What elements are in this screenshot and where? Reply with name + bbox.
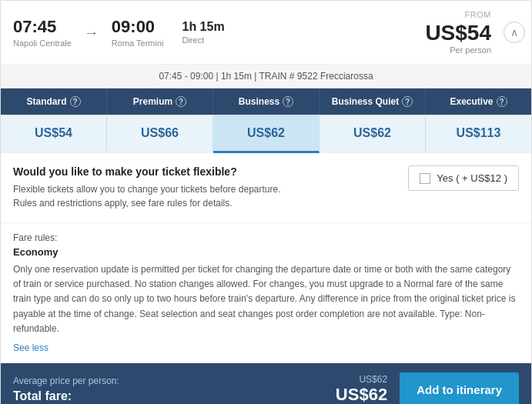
footer-avg-label: Average price per person:: [13, 376, 119, 386]
tab-business[interactable]: Business ?: [213, 88, 320, 115]
fare-rules-label: Fare rules:: [13, 232, 519, 243]
tab-standard-label: Standard: [26, 96, 66, 107]
price-option-business[interactable]: US$62: [213, 115, 320, 153]
tab-business-quiet-info-icon[interactable]: ?: [402, 96, 413, 107]
footer: Average price per person: Total fare: US…: [1, 363, 531, 404]
tab-premium[interactable]: Premium ?: [107, 88, 213, 115]
price-option-executive[interactable]: US$113: [426, 115, 531, 152]
flexible-desc1: Flexible tickets allow you to change you…: [13, 182, 396, 196]
price-option-standard[interactable]: US$54: [1, 115, 107, 152]
arrive-group: 09:00 Roma Termini: [112, 17, 164, 48]
flexible-section: Would you like to make your ticket flexi…: [1, 153, 531, 223]
from-label: FROM: [465, 10, 491, 19]
tab-business-quiet-label: Business Quiet: [332, 96, 399, 107]
arrive-station: Roma Termini: [112, 38, 164, 48]
train-info-text: 07:45 - 09:00 | 1h 15m | TRAIN # 9522 Fr…: [159, 71, 373, 82]
depart-time: 07:45: [13, 17, 72, 37]
price-business: US$62: [247, 126, 285, 139]
price-option-business-quiet[interactable]: US$62: [320, 115, 426, 152]
duration: 1h 15m: [182, 20, 224, 34]
flexible-yes-label: Yes ( + US$12 ): [437, 172, 507, 184]
collapse-button[interactable]: ∧: [504, 22, 525, 43]
tab-standard-info-icon[interactable]: ?: [70, 96, 81, 107]
price-standard: US$54: [35, 126, 72, 139]
price-premium: US$66: [141, 126, 179, 139]
direct-label: Direct: [182, 35, 224, 45]
fare-class-name: Economy: [13, 246, 519, 258]
flexible-desc2: Rules and restrictions apply, see fare r…: [13, 196, 396, 210]
price-options: US$54 US$66 US$62 US$62 US$113: [1, 115, 531, 153]
tab-executive[interactable]: Executive ?: [426, 88, 531, 115]
price-business-quiet: US$62: [353, 126, 391, 139]
price-executive: US$113: [457, 126, 501, 139]
add-to-itinerary-label: Add to itinerary: [417, 383, 502, 396]
add-to-itinerary-button[interactable]: Add to itinerary: [400, 372, 519, 404]
flexible-title: Would you like to make your ticket flexi…: [13, 165, 396, 178]
tab-business-quiet[interactable]: Business Quiet ?: [320, 88, 426, 115]
fare-description: Only one reservation update is permitted…: [13, 262, 519, 336]
depart-station: Napoli Centrale: [13, 38, 72, 48]
time-block: 07:45 Napoli Centrale → 09:00 Roma Termi…: [13, 17, 225, 48]
tab-executive-info-icon[interactable]: ?: [497, 96, 507, 107]
fare-rules-section: Fare rules: Economy Only one reservation…: [1, 223, 531, 363]
duration-group: 1h 15m Direct: [182, 20, 224, 45]
footer-avg-price: US$62: [336, 374, 387, 385]
arrow-right-icon: →: [84, 24, 99, 42]
tab-business-info-icon[interactable]: ?: [283, 96, 293, 107]
flexible-yes-button[interactable]: Yes ( + US$12 ): [408, 165, 519, 191]
class-tabs: Standard ? Premium ? Business ? Business…: [1, 88, 531, 115]
tab-premium-info-icon[interactable]: ?: [176, 96, 186, 107]
tab-executive-label: Executive: [450, 96, 493, 107]
footer-price-block: US$62 US$62: [336, 374, 387, 404]
chevron-up-icon: ∧: [510, 26, 518, 38]
footer-right: US$62 US$62 Add to itinerary: [336, 372, 519, 404]
header-row: 07:45 Napoli Centrale → 09:00 Roma Termi…: [1, 1, 531, 65]
flexible-checkbox[interactable]: [420, 173, 430, 184]
per-person-label: Per person: [450, 45, 491, 55]
depart-group: 07:45 Napoli Centrale: [13, 17, 72, 48]
tab-standard[interactable]: Standard ?: [1, 88, 107, 115]
price-block: FROM US$54 Per person: [425, 10, 491, 55]
flexible-text: Would you like to make your ticket flexi…: [13, 165, 396, 210]
footer-total-price: US$62: [336, 385, 387, 404]
footer-total-label: Total fare:: [13, 389, 119, 403]
header-price: US$54: [425, 21, 491, 45]
train-booking-card: 07:45 Napoli Centrale → 09:00 Roma Termi…: [0, 0, 532, 404]
price-option-premium[interactable]: US$66: [107, 115, 213, 152]
footer-left: Average price per person: Total fare:: [13, 376, 119, 403]
tab-premium-label: Premium: [133, 96, 172, 107]
tab-business-label: Business: [239, 96, 279, 107]
train-info-bar: 07:45 - 09:00 | 1h 15m | TRAIN # 9522 Fr…: [1, 65, 531, 88]
arrive-time: 09:00: [112, 17, 164, 37]
see-less-link[interactable]: See less: [13, 342, 49, 353]
